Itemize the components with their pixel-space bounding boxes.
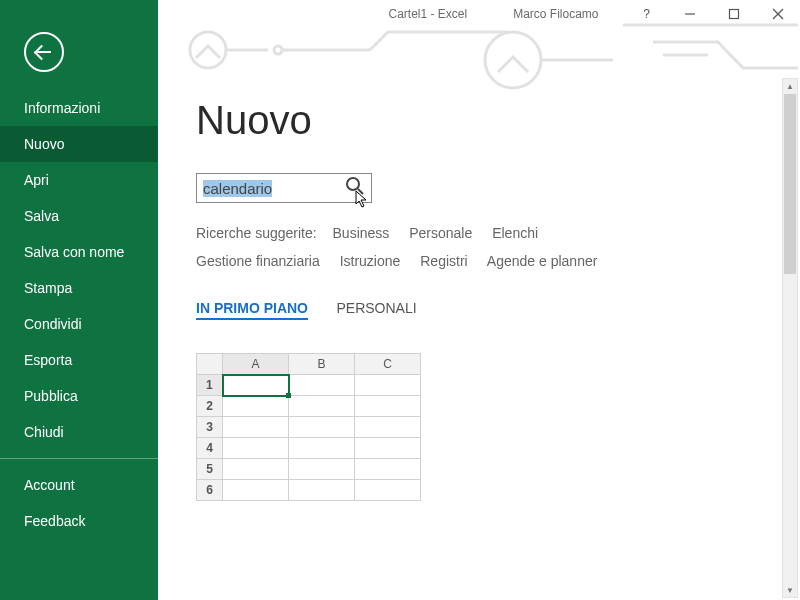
close-button[interactable] [756, 4, 800, 24]
help-button[interactable]: ? [643, 7, 650, 21]
mouse-cursor-icon [355, 190, 369, 212]
maximize-icon [728, 8, 740, 20]
sugg-business[interactable]: Business [333, 225, 390, 241]
cell-a1 [223, 375, 289, 396]
back-button[interactable] [24, 32, 64, 72]
nav-esporta[interactable]: Esporta [0, 342, 158, 378]
sugg-agende-planner[interactable]: Agende e planner [487, 253, 598, 269]
main-area: Cartel1 - Excel Marco Filocamo ? [158, 0, 800, 600]
nav-salva[interactable]: Salva [0, 198, 158, 234]
nav-chiudi[interactable]: Chiudi [0, 414, 158, 450]
nav-salva-con-nome[interactable]: Salva con nome [0, 234, 158, 270]
preview-grid: A B C 1 2 3 4 5 6 [196, 353, 421, 501]
col-header-a: A [223, 354, 289, 375]
row-header: 3 [197, 417, 223, 438]
row-header: 1 [197, 375, 223, 396]
nav-list: Informazioni Nuovo Apri Salva Salva con … [0, 90, 158, 539]
back-arrow-icon [37, 51, 51, 53]
minimize-icon [684, 8, 696, 20]
nav-pubblica[interactable]: Pubblica [0, 378, 158, 414]
scroll-up-icon[interactable]: ▲ [783, 79, 797, 93]
template-search[interactable] [196, 173, 372, 203]
svg-rect-1 [730, 10, 739, 19]
nav-stampa[interactable]: Stampa [0, 270, 158, 306]
nav-informazioni[interactable]: Informazioni [0, 90, 158, 126]
close-icon [772, 8, 784, 20]
nav-account[interactable]: Account [0, 467, 158, 503]
search-input[interactable] [203, 180, 333, 197]
col-header-b: B [289, 354, 355, 375]
nav-feedback[interactable]: Feedback [0, 503, 158, 539]
template-tabs: IN PRIMO PIANO PERSONALI [196, 299, 762, 317]
row-header: 5 [197, 459, 223, 480]
scroll-thumb[interactable] [784, 94, 796, 274]
corner-cell [197, 354, 223, 375]
nav-apri[interactable]: Apri [0, 162, 158, 198]
titlebar: Cartel1 - Excel Marco Filocamo ? [158, 0, 800, 28]
minimize-button[interactable] [668, 4, 712, 24]
sugg-gestione-finanziaria[interactable]: Gestione finanziaria [196, 253, 320, 269]
sugg-registri[interactable]: Registri [420, 253, 467, 269]
tab-personal[interactable]: PERSONALI [336, 300, 416, 316]
window-title-user: Marco Filocamo [513, 7, 598, 21]
window-title-file: Cartel1 - Excel [388, 7, 467, 21]
page-title: Nuovo [196, 98, 762, 143]
suggestions-label: Ricerche suggerite: [196, 219, 317, 247]
backstage-sidebar: Informazioni Nuovo Apri Salva Salva con … [0, 0, 158, 600]
suggested-searches: Ricerche suggerite: Business Personale E… [196, 219, 762, 275]
nav-condividi[interactable]: Condividi [0, 306, 158, 342]
row-header: 4 [197, 438, 223, 459]
nav-nuovo[interactable]: Nuovo [0, 126, 158, 162]
tab-featured[interactable]: IN PRIMO PIANO [196, 300, 308, 320]
scroll-down-icon[interactable]: ▼ [783, 583, 797, 597]
sugg-elenchi[interactable]: Elenchi [492, 225, 538, 241]
col-header-c: C [355, 354, 421, 375]
sugg-personale[interactable]: Personale [409, 225, 472, 241]
template-preview-blank[interactable]: A B C 1 2 3 4 5 6 [196, 353, 422, 501]
row-header: 6 [197, 480, 223, 501]
main-scrollbar[interactable]: ▲ ▼ [782, 78, 798, 598]
sugg-istruzione[interactable]: Istruzione [340, 253, 401, 269]
maximize-button[interactable] [712, 4, 756, 24]
window-controls: ? [643, 0, 800, 28]
svg-point-10 [347, 178, 359, 190]
row-header: 2 [197, 396, 223, 417]
